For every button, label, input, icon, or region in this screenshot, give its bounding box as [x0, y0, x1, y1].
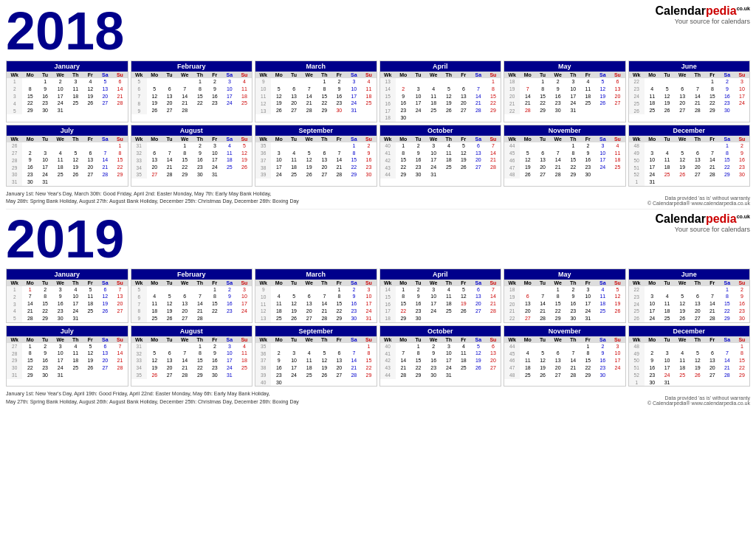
calendar-2019-top: January WkMoTuWeThFrSaSu 11234567 278910… — [6, 268, 750, 323]
calendar-2018-top: January WkMoTuWeThFrSaSu 1123456 2891011… — [6, 60, 750, 122]
calendar-2019-bottom: July WkMoTuWeThFrSaSu 271234567 28891011… — [6, 325, 750, 387]
footer-disclaimer-2018: Data provided 'as is' without warranty ©… — [647, 195, 750, 206]
calendar-2018-bottom: July WkMoTuWeThFrSaSu 261 272345678 2891… — [6, 125, 750, 187]
logo-2018: Calendarpediaco.uk Your source for calen… — [655, 4, 750, 25]
notes-2019: January 1st: New Year's Day, April 19th:… — [6, 390, 299, 406]
logo-2019: Calendarpediaco.uk Your source for calen… — [655, 212, 750, 233]
year-2019: 2019 — [6, 212, 124, 266]
notes-2018: January 1st: New Year's Day, March 30th:… — [6, 190, 299, 206]
year-2018: 2018 — [6, 4, 124, 58]
footer-disclaimer-2019: Data provided 'as is' without warranty ©… — [647, 395, 750, 406]
